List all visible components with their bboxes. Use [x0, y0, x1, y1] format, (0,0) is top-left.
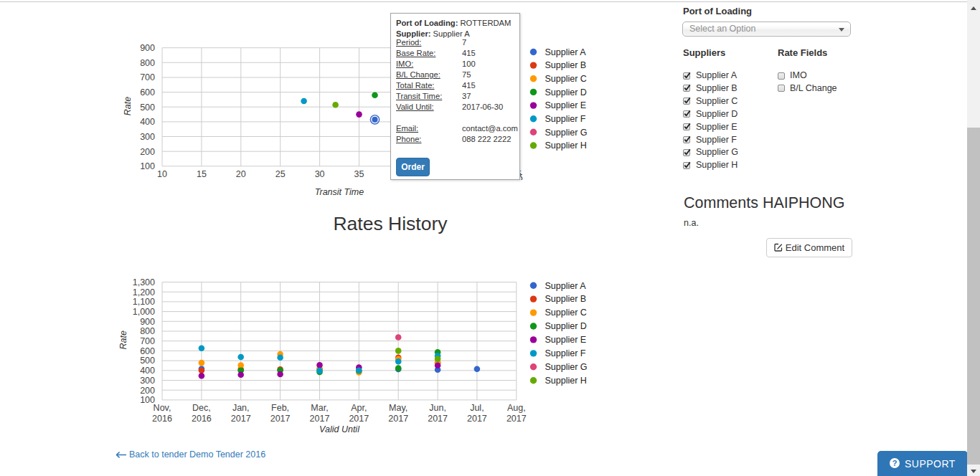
svg-text:600: 600	[140, 87, 155, 97]
svg-text:Supplier C: Supplier C	[545, 74, 587, 84]
svg-text:Nov,: Nov,	[154, 403, 171, 413]
svg-text:2016: 2016	[152, 414, 172, 424]
svg-text:Feb,: Feb,	[271, 403, 289, 413]
svg-text:1,200: 1,200	[133, 287, 155, 298]
svg-text:300: 300	[140, 376, 155, 386]
svg-text:2017: 2017	[467, 414, 487, 424]
svg-text:Supplier G: Supplier G	[545, 128, 588, 138]
svg-text:Jul,: Jul,	[470, 403, 484, 413]
svg-text:2017: 2017	[507, 414, 527, 424]
svg-text:2017: 2017	[428, 414, 448, 424]
svg-text:Supplier F: Supplier F	[545, 348, 586, 358]
svg-text:800: 800	[140, 58, 155, 68]
svg-text:300: 300	[140, 132, 155, 142]
svg-text:2017: 2017	[270, 414, 291, 424]
svg-text:2016: 2016	[192, 414, 212, 424]
svg-text:Supplier D: Supplier D	[545, 87, 587, 97]
svg-text:Supplier C: Supplier C	[545, 308, 587, 318]
svg-text:900: 900	[140, 43, 155, 53]
svg-text:Supplier D: Supplier D	[545, 321, 587, 331]
svg-text:400: 400	[140, 366, 155, 376]
svg-text:Dec,: Dec,	[192, 403, 211, 413]
svg-text:1,100: 1,100	[133, 297, 155, 307]
svg-text:2017: 2017	[349, 414, 369, 424]
svg-text:Supplier A: Supplier A	[545, 47, 587, 57]
svg-text:Supplier H: Supplier H	[545, 376, 587, 386]
svg-text:Supplier E: Supplier E	[545, 100, 587, 110]
svg-text:700: 700	[140, 336, 155, 346]
svg-text:900: 900	[140, 317, 155, 327]
svg-text:10: 10	[157, 169, 167, 179]
svg-text:2017: 2017	[310, 414, 330, 424]
svg-text:500: 500	[140, 356, 155, 366]
svg-text:2017: 2017	[388, 414, 408, 424]
svg-text:200: 200	[140, 386, 155, 396]
svg-text:Supplier B: Supplier B	[545, 60, 587, 70]
svg-text:500: 500	[140, 103, 155, 113]
svg-text:Supplier H: Supplier H	[545, 141, 587, 151]
svg-text:Mar,: Mar,	[311, 403, 328, 413]
svg-text:1,300: 1,300	[133, 277, 155, 287]
svg-text:Apr,: Apr,	[351, 403, 367, 413]
svg-text:600: 600	[140, 346, 155, 356]
svg-text:Supplier B: Supplier B	[545, 294, 587, 304]
svg-text:Transit Time: Transit Time	[315, 187, 364, 197]
svg-text:Supplier G: Supplier G	[545, 362, 588, 372]
svg-text:400: 400	[140, 117, 155, 127]
svg-text:35: 35	[354, 169, 364, 179]
svg-text:20: 20	[236, 169, 246, 179]
svg-text:Supplier A: Supplier A	[545, 281, 587, 291]
svg-text:100: 100	[140, 161, 155, 171]
svg-text:Supplier F: Supplier F	[545, 114, 586, 124]
svg-text:Rate: Rate	[118, 330, 128, 349]
svg-text:Rate: Rate	[123, 97, 133, 115]
svg-text:Aug,: Aug,	[507, 403, 526, 413]
svg-text:2017: 2017	[231, 414, 251, 424]
svg-text:700: 700	[140, 72, 155, 82]
svg-text:Jun,: Jun,	[429, 403, 446, 413]
svg-text:Supplier E: Supplier E	[545, 335, 587, 345]
svg-text:1,000: 1,000	[133, 307, 155, 317]
svg-text:15: 15	[197, 169, 207, 179]
svg-text:May,: May,	[389, 403, 407, 413]
svg-text:Valid Until: Valid Until	[319, 424, 360, 434]
svg-text:Jan,: Jan,	[232, 403, 250, 413]
svg-text:30: 30	[315, 169, 325, 179]
svg-text:800: 800	[140, 326, 155, 336]
svg-text:25: 25	[275, 169, 286, 179]
svg-text:200: 200	[140, 147, 155, 157]
